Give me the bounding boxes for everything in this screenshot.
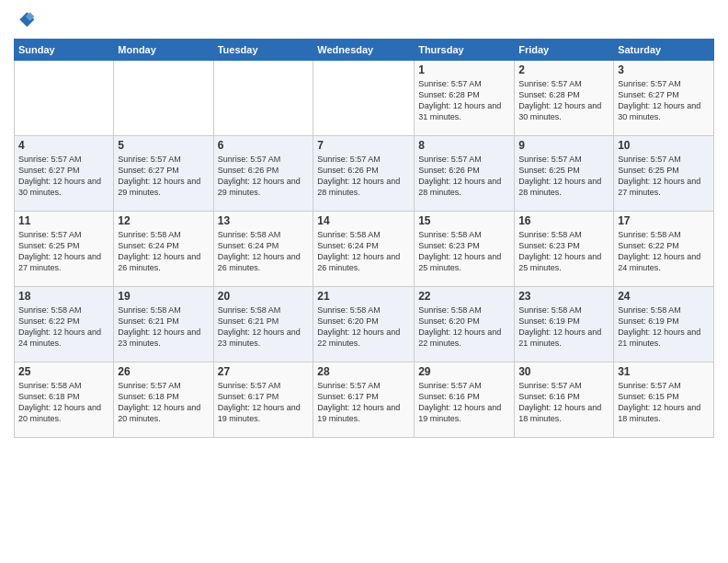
day-number: 25 — [18, 365, 109, 378]
day-content: Sunrise: 5:57 AM Sunset: 6:16 PM Dayligh… — [418, 380, 510, 425]
calendar-table: SundayMondayTuesdayWednesdayThursdayFrid… — [14, 39, 714, 438]
day-number: 3 — [618, 63, 710, 76]
calendar-cell: 25Sunrise: 5:58 AM Sunset: 6:18 PM Dayli… — [15, 362, 114, 438]
calendar-cell: 5Sunrise: 5:57 AM Sunset: 6:27 PM Daylig… — [114, 136, 213, 212]
day-content: Sunrise: 5:57 AM Sunset: 6:26 PM Dayligh… — [317, 154, 410, 199]
day-content: Sunrise: 5:57 AM Sunset: 6:16 PM Dayligh… — [518, 380, 609, 425]
calendar-cell: 31Sunrise: 5:57 AM Sunset: 6:15 PM Dayli… — [614, 362, 714, 438]
calendar-cell: 3Sunrise: 5:57 AM Sunset: 6:27 PM Daylig… — [614, 61, 714, 136]
day-number: 17 — [618, 214, 710, 227]
day-number: 13 — [218, 214, 310, 227]
calendar-cell: 20Sunrise: 5:58 AM Sunset: 6:21 PM Dayli… — [213, 287, 313, 362]
day-number: 30 — [518, 365, 609, 378]
day-content: Sunrise: 5:57 AM Sunset: 6:26 PM Dayligh… — [218, 154, 310, 199]
calendar-week-2: 4Sunrise: 5:57 AM Sunset: 6:27 PM Daylig… — [15, 136, 714, 212]
calendar-cell: 2Sunrise: 5:57 AM Sunset: 6:28 PM Daylig… — [515, 61, 614, 136]
day-number: 1 — [418, 63, 510, 76]
calendar-header-sunday: Sunday — [15, 40, 114, 61]
day-number: 29 — [418, 365, 510, 378]
calendar-cell: 19Sunrise: 5:58 AM Sunset: 6:21 PM Dayli… — [114, 287, 213, 362]
calendar-cell: 11Sunrise: 5:57 AM Sunset: 6:25 PM Dayli… — [15, 212, 114, 287]
day-number: 2 — [518, 63, 609, 76]
calendar-cell: 14Sunrise: 5:58 AM Sunset: 6:24 PM Dayli… — [313, 212, 415, 287]
day-number: 12 — [118, 214, 209, 227]
day-number: 20 — [218, 290, 310, 303]
logo — [14, 9, 40, 31]
day-content: Sunrise: 5:58 AM Sunset: 6:20 PM Dayligh… — [317, 304, 410, 350]
calendar-cell: 9Sunrise: 5:57 AM Sunset: 6:25 PM Daylig… — [515, 136, 614, 212]
calendar-week-4: 18Sunrise: 5:58 AM Sunset: 6:22 PM Dayli… — [15, 287, 714, 362]
day-content: Sunrise: 5:58 AM Sunset: 6:19 PM Dayligh… — [518, 304, 609, 350]
calendar-cell: 4Sunrise: 5:57 AM Sunset: 6:27 PM Daylig… — [15, 136, 114, 212]
day-content: Sunrise: 5:57 AM Sunset: 6:25 PM Dayligh… — [18, 229, 109, 274]
calendar-cell: 28Sunrise: 5:57 AM Sunset: 6:17 PM Dayli… — [313, 362, 415, 438]
day-number: 31 — [618, 365, 710, 378]
calendar-week-1: 1Sunrise: 5:57 AM Sunset: 6:28 PM Daylig… — [15, 61, 714, 136]
day-content: Sunrise: 5:57 AM Sunset: 6:25 PM Dayligh… — [518, 154, 609, 199]
day-number: 27 — [218, 365, 310, 378]
day-content: Sunrise: 5:58 AM Sunset: 6:24 PM Dayligh… — [317, 229, 410, 274]
calendar-cell: 17Sunrise: 5:58 AM Sunset: 6:22 PM Dayli… — [614, 212, 714, 287]
calendar-header-thursday: Thursday — [415, 40, 515, 61]
calendar-cell: 13Sunrise: 5:58 AM Sunset: 6:24 PM Dayli… — [213, 212, 313, 287]
calendar-cell: 16Sunrise: 5:58 AM Sunset: 6:23 PM Dayli… — [515, 212, 614, 287]
calendar-header-tuesday: Tuesday — [213, 40, 313, 61]
calendar-cell: 26Sunrise: 5:57 AM Sunset: 6:18 PM Dayli… — [114, 362, 213, 438]
day-number: 7 — [317, 139, 410, 152]
day-content: Sunrise: 5:58 AM Sunset: 6:22 PM Dayligh… — [18, 304, 109, 350]
day-content: Sunrise: 5:57 AM Sunset: 6:27 PM Dayligh… — [18, 154, 109, 199]
day-number: 14 — [317, 214, 410, 227]
calendar-cell: 21Sunrise: 5:58 AM Sunset: 6:20 PM Dayli… — [313, 287, 415, 362]
day-number: 11 — [18, 214, 109, 227]
day-number: 5 — [118, 139, 209, 152]
day-content: Sunrise: 5:58 AM Sunset: 6:23 PM Dayligh… — [418, 229, 510, 274]
day-number: 21 — [317, 290, 410, 303]
day-number: 19 — [118, 290, 209, 303]
day-content: Sunrise: 5:57 AM Sunset: 6:15 PM Dayligh… — [618, 380, 710, 425]
calendar-cell: 7Sunrise: 5:57 AM Sunset: 6:26 PM Daylig… — [313, 136, 415, 212]
calendar-cell — [114, 61, 213, 136]
calendar-cell: 27Sunrise: 5:57 AM Sunset: 6:17 PM Dayli… — [213, 362, 313, 438]
day-number: 9 — [518, 139, 609, 152]
day-content: Sunrise: 5:58 AM Sunset: 6:19 PM Dayligh… — [618, 304, 710, 350]
day-number: 15 — [418, 214, 510, 227]
day-content: Sunrise: 5:57 AM Sunset: 6:28 PM Dayligh… — [418, 78, 510, 123]
calendar-header-friday: Friday — [515, 40, 614, 61]
day-number: 26 — [118, 365, 209, 378]
day-content: Sunrise: 5:57 AM Sunset: 6:27 PM Dayligh… — [618, 78, 710, 123]
calendar-cell: 22Sunrise: 5:58 AM Sunset: 6:20 PM Dayli… — [415, 287, 515, 362]
day-content: Sunrise: 5:57 AM Sunset: 6:17 PM Dayligh… — [317, 380, 410, 425]
day-content: Sunrise: 5:58 AM Sunset: 6:18 PM Dayligh… — [18, 380, 109, 425]
day-number: 8 — [418, 139, 510, 152]
day-content: Sunrise: 5:57 AM Sunset: 6:28 PM Dayligh… — [518, 78, 609, 123]
day-content: Sunrise: 5:57 AM Sunset: 6:17 PM Dayligh… — [218, 380, 310, 425]
day-content: Sunrise: 5:57 AM Sunset: 6:18 PM Dayligh… — [118, 380, 209, 425]
header — [14, 9, 714, 31]
calendar-header-monday: Monday — [114, 40, 213, 61]
day-number: 22 — [418, 290, 510, 303]
calendar-cell — [313, 61, 415, 136]
calendar-header-wednesday: Wednesday — [313, 40, 415, 61]
calendar-cell: 18Sunrise: 5:58 AM Sunset: 6:22 PM Dayli… — [15, 287, 114, 362]
day-content: Sunrise: 5:58 AM Sunset: 6:24 PM Dayligh… — [118, 229, 209, 274]
calendar-cell: 10Sunrise: 5:57 AM Sunset: 6:25 PM Dayli… — [614, 136, 714, 212]
calendar-week-3: 11Sunrise: 5:57 AM Sunset: 6:25 PM Dayli… — [15, 212, 714, 287]
day-number: 24 — [618, 290, 710, 303]
day-content: Sunrise: 5:58 AM Sunset: 6:21 PM Dayligh… — [218, 304, 310, 350]
svg-marker-0 — [19, 12, 34, 27]
day-content: Sunrise: 5:58 AM Sunset: 6:23 PM Dayligh… — [518, 229, 609, 274]
day-content: Sunrise: 5:57 AM Sunset: 6:26 PM Dayligh… — [418, 154, 510, 199]
day-number: 4 — [18, 139, 109, 152]
calendar-header-row: SundayMondayTuesdayWednesdayThursdayFrid… — [15, 40, 714, 61]
day-content: Sunrise: 5:58 AM Sunset: 6:22 PM Dayligh… — [618, 229, 710, 274]
calendar-cell: 6Sunrise: 5:57 AM Sunset: 6:26 PM Daylig… — [213, 136, 313, 212]
logo-icon — [14, 9, 36, 31]
calendar-cell — [213, 61, 313, 136]
page: SundayMondayTuesdayWednesdayThursdayFrid… — [0, 0, 728, 563]
day-content: Sunrise: 5:58 AM Sunset: 6:20 PM Dayligh… — [418, 304, 510, 350]
calendar-week-5: 25Sunrise: 5:58 AM Sunset: 6:18 PM Dayli… — [15, 362, 714, 438]
day-content: Sunrise: 5:57 AM Sunset: 6:25 PM Dayligh… — [618, 154, 710, 199]
day-content: Sunrise: 5:58 AM Sunset: 6:24 PM Dayligh… — [218, 229, 310, 274]
calendar-cell: 12Sunrise: 5:58 AM Sunset: 6:24 PM Dayli… — [114, 212, 213, 287]
day-number: 16 — [518, 214, 609, 227]
